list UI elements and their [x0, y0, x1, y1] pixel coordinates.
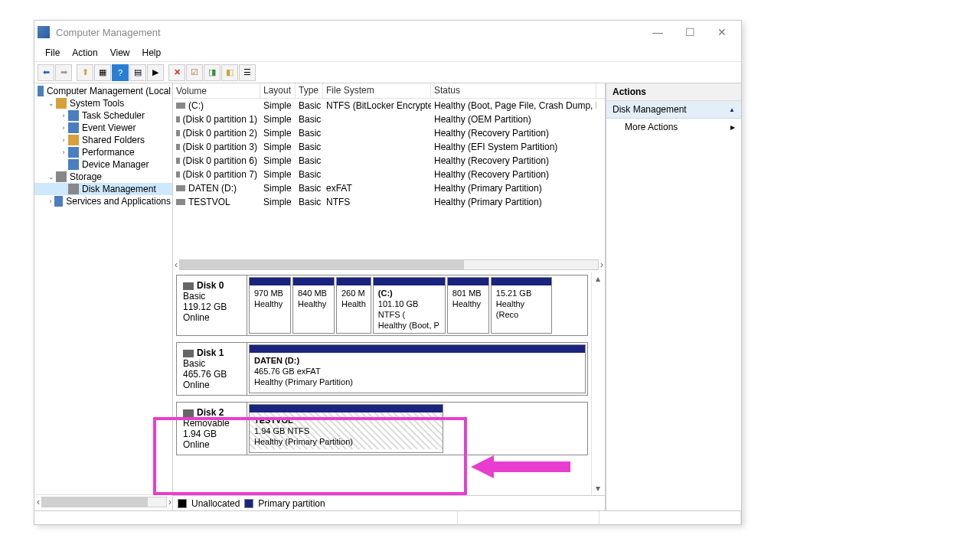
disk-icon	[183, 350, 194, 357]
volume-row[interactable]: (Disk 0 partition 3) Simple Basic Health…	[173, 140, 605, 154]
volume-icon	[176, 130, 180, 136]
tree-shared-folders[interactable]: ›Shared Folders	[34, 134, 172, 146]
menu-file[interactable]: File	[39, 46, 66, 60]
col-type[interactable]: Type	[296, 83, 323, 98]
titlebar: Computer Management ― ☐ ✕	[34, 21, 741, 44]
tree-root[interactable]: Computer Management (Local	[34, 85, 172, 97]
actions-header: Actions	[606, 83, 741, 101]
partition[interactable]: 801 MBHealthy	[447, 277, 489, 334]
menu-help[interactable]: Help	[136, 46, 168, 60]
tree-services-apps[interactable]: ›Services and Applications	[34, 195, 172, 207]
disk-icon	[183, 409, 194, 417]
toolbar-filter-icon[interactable]: ▤	[129, 64, 146, 81]
tree-hscroll[interactable]: ‹›	[35, 494, 173, 508]
toolbar-forward-icon[interactable]: ➡	[55, 64, 72, 81]
disk-icon	[183, 282, 194, 290]
event-icon	[68, 122, 79, 133]
partition[interactable]: 840 MBHealthy	[292, 277, 335, 334]
legend-primary-swatch	[244, 499, 253, 508]
volume-icon	[176, 144, 180, 150]
menu-view[interactable]: View	[104, 46, 136, 60]
partition[interactable]: (C:)101.10 GB NTFS (Healthy (Boot, P	[373, 277, 446, 334]
folder-icon	[68, 135, 79, 145]
toolbar-delete-icon[interactable]: ✕	[168, 64, 185, 81]
chevron-right-icon: ▸	[730, 122, 735, 132]
disk-block[interactable]: Disk 1 Basic465.76 GBOnlineDATEN (D:)465…	[176, 342, 588, 396]
volume-icon	[176, 158, 180, 164]
legend-unallocated-label: Unallocated	[191, 498, 240, 509]
col-status[interactable]: Status	[431, 83, 596, 98]
volume-icon	[176, 185, 185, 191]
disk-graphical-view[interactable]: Disk 0 Basic119.12 GBOnline970 MBHealthy…	[173, 272, 591, 495]
legend-unallocated-swatch	[178, 499, 187, 508]
partition[interactable]: 260 MHealth	[336, 277, 371, 334]
perf-icon	[68, 147, 79, 158]
toolbar-up-icon[interactable]: ⬆	[77, 64, 93, 81]
app-icon	[38, 26, 50, 38]
actions-disk-management[interactable]: Disk Management▲	[606, 101, 741, 119]
actions-more[interactable]: More Actions▸	[606, 119, 741, 135]
volume-row[interactable]: DATEN (D:) Simple Basic exFAT Healthy (P…	[173, 181, 605, 195]
close-button[interactable]: ✕	[706, 21, 738, 43]
col-layout[interactable]: Layout	[260, 83, 296, 98]
maximize-button[interactable]: ☐	[674, 21, 706, 43]
toolbar-check-icon[interactable]: ☑	[186, 64, 203, 81]
storage-icon	[56, 171, 67, 182]
volume-list-header: Volume Layout Type File System Status	[173, 83, 605, 99]
minimize-button[interactable]: ―	[642, 21, 674, 43]
partition[interactable]: 970 MBHealthy	[249, 277, 291, 334]
clock-icon	[68, 110, 79, 121]
tree-task-scheduler[interactable]: ›Task Scheduler	[34, 109, 172, 122]
volume-list[interactable]: (C:) Simple Basic NTFS (BitLocker Encryp…	[173, 99, 605, 258]
collapse-icon: ▲	[729, 106, 735, 113]
disk-block[interactable]: Disk 2 Removable1.94 GBOnlineTESTVOL1.94…	[176, 402, 588, 455]
volume-icon	[176, 103, 185, 109]
toolbar-new-icon[interactable]: ◨	[204, 64, 220, 81]
disk-block[interactable]: Disk 0 Basic119.12 GBOnline970 MBHealthy…	[176, 275, 588, 336]
toolbar-run-icon[interactable]: ▶	[147, 64, 164, 81]
volume-row[interactable]: (Disk 0 partition 1) Simple Basic Health…	[173, 112, 605, 126]
tools-icon	[56, 98, 67, 109]
tree-performance[interactable]: ›Performance	[34, 146, 172, 158]
computer-icon	[38, 86, 44, 96]
volume-list-hscroll[interactable]: ‹›	[173, 258, 605, 272]
volume-row[interactable]: (Disk 0 partition 6) Simple Basic Health…	[173, 154, 605, 168]
col-volume[interactable]: Volume	[173, 83, 260, 98]
menu-action[interactable]: Action	[66, 46, 103, 60]
status-bar	[34, 510, 741, 526]
legend-primary-label: Primary partition	[258, 498, 325, 509]
volume-icon	[176, 171, 180, 178]
toolbar-help-icon[interactable]: ?	[112, 64, 129, 81]
actions-pane: Actions Disk Management▲ More Actions▸	[606, 83, 741, 510]
legend: Unallocated Primary partition	[173, 495, 605, 510]
partition[interactable]: DATEN (D:)465.76 GB exFATHealthy (Primar…	[249, 344, 586, 393]
partition[interactable]: TESTVOL1.94 GB NTFSHealthy (Primary Part…	[249, 404, 443, 453]
volume-row[interactable]: TESTVOL Simple Basic NTFS Healthy (Prima…	[173, 195, 605, 209]
disk-icon	[68, 184, 79, 194]
toolbar-list-icon[interactable]: ☰	[239, 64, 256, 81]
toolbar-level-icon[interactable]: ▦	[94, 64, 111, 81]
window-title: Computer Management	[56, 27, 161, 38]
tree-storage[interactable]: ⌄Storage	[34, 171, 172, 183]
tree-device-manager[interactable]: Device Manager	[34, 158, 172, 171]
tree-system-tools[interactable]: ⌄System Tools	[34, 97, 172, 109]
computer-management-window: Computer Management ― ☐ ✕ File Action Vi…	[34, 20, 742, 525]
tree-event-viewer[interactable]: ›Event Viewer	[34, 122, 172, 134]
menubar: File Action View Help	[34, 44, 741, 62]
toolbar: ⬅ ➡ ⬆ ▦ ? ▤ ▶ ✕ ☑ ◨ ◧ ☰	[34, 62, 741, 83]
disk-view-vscroll[interactable]: ▴▾	[591, 272, 605, 495]
partition[interactable]: 15.21 GBHealthy (Reco	[491, 277, 552, 334]
volume-row[interactable]: (Disk 0 partition 7) Simple Basic Health…	[173, 168, 605, 181]
service-icon	[54, 196, 63, 207]
toolbar-props-icon[interactable]: ◧	[221, 64, 238, 81]
volume-row[interactable]: (C:) Simple Basic NTFS (BitLocker Encryp…	[173, 99, 605, 112]
volume-row[interactable]: (Disk 0 partition 2) Simple Basic Health…	[173, 126, 605, 140]
col-filesystem[interactable]: File System	[323, 83, 431, 98]
tree-disk-management[interactable]: Disk Management	[34, 183, 172, 195]
navigation-tree: Computer Management (Local ⌄System Tools…	[34, 83, 173, 510]
device-icon	[68, 159, 79, 170]
volume-icon	[176, 116, 180, 122]
volume-icon	[176, 199, 185, 205]
toolbar-back-icon[interactable]: ⬅	[38, 64, 54, 81]
